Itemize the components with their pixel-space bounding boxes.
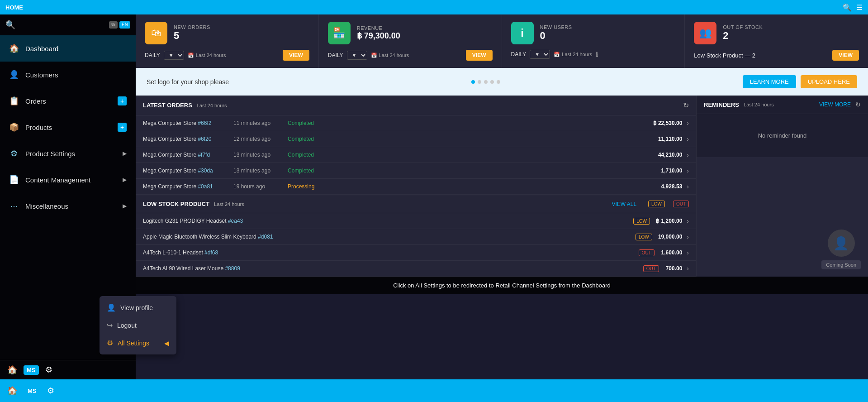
top-bar-actions: 🔍 ☰ — [843, 3, 863, 12]
order-store-1: Mega Computer Store #66f2 — [143, 120, 233, 126]
stock-badge-2: LOW — [636, 234, 658, 240]
lang-bn[interactable]: বাং — [109, 21, 118, 29]
stock-badge-3: OUT — [639, 249, 661, 256]
sidebar-item-dashboard[interactable]: 🏠 Dashboard — [0, 35, 136, 62]
new-orders-period: DAILY — [145, 52, 160, 58]
order-row-4[interactable]: Mega Computer Store #30da 13 minutes ago… — [136, 163, 696, 179]
reminders-view-more-btn[interactable]: VIEW MORE — [819, 101, 851, 108]
coming-soon-badge: Coming Soon — [821, 260, 861, 269]
reminders-header: REMINDERS Last 24 hours VIEW MORE ↻ — [697, 96, 868, 114]
stock-price-2: 19,000.00 — [658, 234, 682, 240]
reminders-subtitle: Last 24 hours — [744, 102, 774, 107]
page-title: HOME — [5, 4, 23, 11]
all-settings-item[interactable]: ⚙ All Settings ◀ — [100, 334, 176, 352]
order-row-1[interactable]: Mega Computer Store #66f2 11 minutes ago… — [136, 115, 696, 131]
customers-icon: 👤 — [9, 70, 19, 80]
order-status-4: Completed — [288, 168, 333, 174]
logout-item[interactable]: ↪ Logout — [100, 316, 176, 334]
settings-bottom-bar-icon[interactable]: ⚙ — [47, 386, 54, 396]
stat-card-new-orders: 🛍 NEW ORDERS 5 DAILY ▼ 📅 Last 24 hours V… — [136, 14, 319, 68]
new-users-icon-box: i — [511, 22, 534, 44]
stat-bottom-out-of-stock: Low Stock Product — 2 VIEW — [694, 50, 859, 61]
home-bottom-bar-icon[interactable]: 🏠 — [7, 386, 17, 396]
ms-badge[interactable]: MS — [24, 365, 39, 375]
out-of-stock-view-btn[interactable]: VIEW — [832, 50, 859, 61]
new-users-period: DAILY — [511, 51, 526, 57]
new-orders-icon: 🛍 — [151, 27, 161, 39]
stock-badge-4: OUT — [643, 265, 666, 272]
latest-orders-refresh-icon[interactable]: ↻ — [683, 101, 689, 110]
stat-info-new-users: NEW USERS 0 — [540, 24, 676, 42]
main-layout: 🔍 বাং EN 🏠 Dashboard 👤 Customers 📋 Order… — [0, 14, 868, 379]
new-users-label: NEW USERS — [540, 24, 676, 30]
new-orders-period-dropdown[interactable]: ▼ — [164, 51, 184, 60]
stock-price-4: 700.00 — [666, 265, 683, 272]
order-row-2[interactable]: Mega Computer Store #6f20 12 minutes ago… — [136, 131, 696, 147]
revenue-view-btn[interactable]: VIEW — [466, 50, 493, 61]
product-settings-arrow-icon: ▶ — [123, 150, 127, 157]
stock-row-3[interactable]: A4Tech L-610-1 Headset #df68 OUT 1,600.0… — [136, 245, 696, 261]
left-panels: LATEST ORDERS Last 24 hours ↻ Mega Compu… — [136, 96, 696, 277]
revenue-icon: 🏪 — [333, 27, 345, 39]
sidebar-item-product-settings[interactable]: ⚙ Product Settings ▶ — [0, 140, 136, 167]
learn-more-btn[interactable]: LEARN MORE — [743, 75, 796, 88]
stock-arrow-4: › — [687, 265, 689, 272]
sidebar-item-content-management[interactable]: 📄 Content Management ▶ — [0, 167, 136, 193]
banner-buttons: LEARN MORE UPLOAD HERE — [743, 75, 857, 88]
search-icon[interactable]: 🔍 — [843, 3, 852, 12]
settings-bottom-icon[interactable]: ⚙ — [45, 365, 52, 375]
reminders-refresh-icon[interactable]: ↻ — [855, 101, 861, 108]
sidebar-item-label-content-management: Content Management — [25, 176, 90, 184]
dot-3 — [484, 80, 488, 84]
new-users-period-dropdown[interactable]: ▼ — [530, 50, 550, 59]
out-of-stock-label: OUT OF STOCK — [723, 24, 859, 30]
stat-card-new-users: i NEW USERS 0 DAILY ▼ 📅 Last 24 hours ℹ — [502, 14, 685, 68]
orders-icon: 📋 — [9, 96, 19, 106]
dot-4 — [490, 80, 494, 84]
order-row-5[interactable]: Mega Computer Store #0a81 19 hours ago P… — [136, 179, 696, 195]
low-badge-header: LOW — [648, 201, 665, 207]
orders-add-icon[interactable]: + — [118, 96, 127, 105]
out-badge-header: OUT — [673, 201, 689, 207]
logout-icon: ↪ — [107, 321, 113, 330]
revenue-date: 📅 Last 24 hours — [371, 53, 409, 58]
dashboard-icon: 🏠 — [9, 43, 19, 53]
product-settings-icon: ⚙ — [9, 148, 19, 158]
stock-name-1: Logitech G231 PRODIGY Headset #ea43 — [143, 218, 633, 224]
new-orders-value: 5 — [174, 30, 309, 42]
stat-info-out-of-stock: OUT OF STOCK 2 — [723, 24, 859, 42]
sidebar-item-customers[interactable]: 👤 Customers — [0, 62, 136, 88]
sidebar-item-orders[interactable]: 📋 Orders + — [0, 88, 136, 114]
lang-en[interactable]: EN — [119, 21, 130, 29]
upload-here-btn[interactable]: UPLOAD HERE — [801, 75, 857, 88]
sidebar-item-products[interactable]: 📦 Products + — [0, 114, 136, 140]
stat-card-revenue: 🏪 REVENUE ฿ 79,300.00 DAILY ▼ 📅 Last 24 … — [319, 14, 502, 68]
sidebar-search-icon[interactable]: 🔍 — [5, 20, 15, 30]
stock-row-1[interactable]: Logitech G231 PRODIGY Headset #ea43 LOW … — [136, 213, 696, 229]
home-bottom-icon[interactable]: 🏠 — [7, 365, 17, 375]
order-store-2: Mega Computer Store #6f20 — [143, 136, 233, 142]
low-stock-view-all-btn[interactable]: VIEW ALL — [612, 201, 636, 207]
products-add-icon[interactable]: + — [118, 123, 127, 132]
new-orders-view-btn[interactable]: VIEW — [283, 50, 309, 61]
new-users-date: 📅 Last 24 hours — [554, 52, 592, 57]
products-icon: 📦 — [9, 122, 19, 132]
latest-orders-panel: LATEST ORDERS Last 24 hours ↻ Mega Compu… — [136, 96, 696, 195]
order-row-3[interactable]: Mega Computer Store #f7fd 13 minutes ago… — [136, 147, 696, 163]
order-status-2: Completed — [288, 136, 333, 142]
sidebar-item-miscellaneous[interactable]: ⋯ Miscellaneous ▶ — [0, 193, 136, 219]
no-reminder-text: No reminder found — [697, 114, 868, 157]
revenue-value: ฿ 79,300.00 — [357, 31, 493, 41]
stock-price-3: 1,600.00 — [661, 249, 683, 256]
revenue-period: DAILY — [328, 52, 343, 58]
view-profile-item[interactable]: 👤 View profile — [100, 299, 176, 316]
revenue-period-dropdown[interactable]: ▼ — [347, 51, 367, 60]
menu-icon[interactable]: ☰ — [856, 3, 863, 12]
ms-bottom-bar-badge[interactable]: MS — [24, 386, 40, 396]
banner-dots — [471, 80, 500, 84]
low-stock-title: LOW STOCK PRODUCT — [143, 201, 209, 207]
stats-row: 🛍 NEW ORDERS 5 DAILY ▼ 📅 Last 24 hours V… — [136, 14, 868, 68]
stock-row-4[interactable]: A4Tech AL90 Wired Laser Mouse #8809 OUT … — [136, 261, 696, 277]
all-settings-arrow: ◀ — [164, 340, 169, 347]
stock-row-2[interactable]: Apple Magic Bluetooth Wireless Slim Keyb… — [136, 229, 696, 245]
